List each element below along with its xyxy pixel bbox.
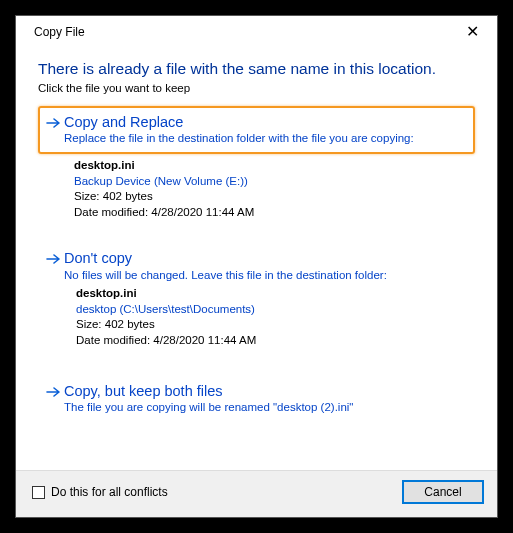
file-name: desktop.ini <box>76 286 465 302</box>
file-info-destination: desktop.ini desktop (C:\Users\test\Docum… <box>76 286 465 348</box>
option-desc: No files will be changed. Leave this fil… <box>64 269 465 283</box>
arrow-right-icon <box>46 386 64 398</box>
file-path: Backup Device (New Volume (E:)) <box>74 174 475 190</box>
option-head: Copy and Replace Replace the file in the… <box>46 114 465 146</box>
file-size: Size: 402 bytes <box>74 189 475 205</box>
option-title: Copy and Replace <box>64 114 465 131</box>
option-keep-both[interactable]: Copy, but keep both files The file you a… <box>38 375 475 423</box>
option-texts: Copy and Replace Replace the file in the… <box>64 114 465 146</box>
option-title: Copy, but keep both files <box>64 383 465 400</box>
file-modified: Date modified: 4/28/2020 11:44 AM <box>76 333 465 349</box>
checkbox-label: Do this for all conflicts <box>51 485 168 499</box>
file-name: desktop.ini <box>74 158 475 174</box>
file-modified: Date modified: 4/28/2020 11:44 AM <box>74 205 475 221</box>
dialog-footer: Do this for all conflicts Cancel <box>16 470 497 517</box>
option-desc: The file you are copying will be renamed… <box>64 401 465 415</box>
copy-file-dialog: Copy File ✕ There is already a file with… <box>15 15 498 518</box>
dialog-content: There is already a file with the same na… <box>16 44 497 470</box>
option-texts: Don't copy No files will be changed. Lea… <box>64 250 465 282</box>
titlebar: Copy File ✕ <box>16 16 497 44</box>
option-dont-copy[interactable]: Don't copy No files will be changed. Lea… <box>38 242 475 356</box>
option-head: Don't copy No files will be changed. Lea… <box>46 250 465 282</box>
file-path: desktop (C:\Users\test\Documents) <box>76 302 465 318</box>
arrow-right-icon <box>46 117 64 129</box>
checkbox-icon[interactable] <box>32 486 45 499</box>
option-copy-replace[interactable]: Copy and Replace Replace the file in the… <box>38 106 475 154</box>
option-texts: Copy, but keep both files The file you a… <box>64 383 465 415</box>
file-size: Size: 402 bytes <box>76 317 465 333</box>
main-heading: There is already a file with the same na… <box>38 60 475 78</box>
arrow-right-icon <box>46 253 64 265</box>
window-title: Copy File <box>34 25 460 39</box>
sub-heading: Click the file you want to keep <box>38 82 475 94</box>
option-head: Copy, but keep both files The file you a… <box>46 383 465 415</box>
close-button[interactable]: ✕ <box>460 24 485 40</box>
option-desc: Replace the file in the destination fold… <box>64 132 465 146</box>
option-title: Don't copy <box>64 250 465 267</box>
file-info-source: desktop.ini Backup Device (New Volume (E… <box>74 158 475 220</box>
apply-all-checkbox-wrap[interactable]: Do this for all conflicts <box>32 485 403 499</box>
cancel-button[interactable]: Cancel <box>403 481 483 503</box>
